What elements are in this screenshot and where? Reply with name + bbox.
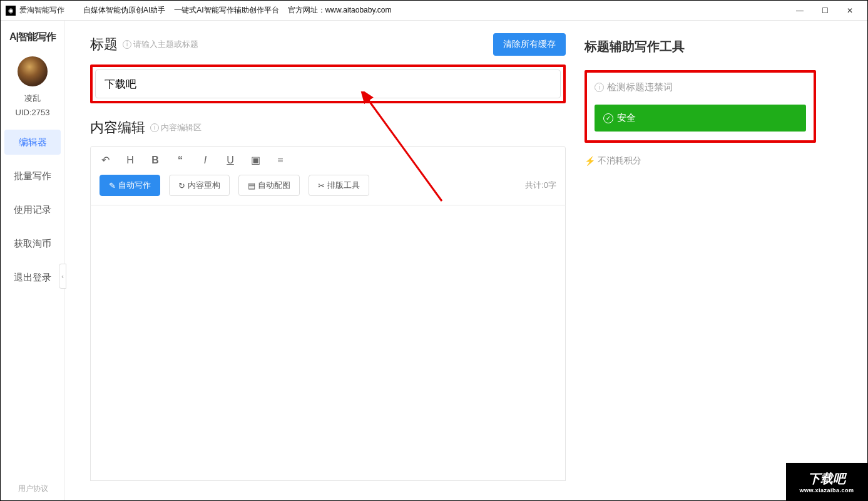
layout-tool-button[interactable]: ✂排版工具 — [309, 175, 369, 196]
app-name: 爱淘智能写作 — [19, 5, 64, 16]
close-button[interactable]: ✕ — [837, 1, 862, 21]
avatar[interactable] — [18, 56, 48, 86]
sidebar: A|智能写作 凌乱 UID:2753 编辑器 批量写作 使用记录 获取淘币 退出… — [1, 21, 65, 500]
info-icon: i — [595, 83, 604, 92]
user-id: UID:2753 — [16, 108, 50, 117]
refresh-icon: ↻ — [178, 181, 185, 190]
maximize-button[interactable]: ☐ — [812, 1, 837, 21]
nav-editor[interactable]: 编辑器 — [4, 130, 61, 155]
title-check-highlight: i检测标题违禁词 ✓ 安全 — [585, 70, 816, 143]
right-panel-title: 标题辅助写作工具 — [585, 33, 816, 55]
info-icon: i — [150, 123, 159, 132]
undo-icon[interactable]: ↶ — [100, 154, 111, 166]
underline-icon[interactable]: U — [225, 155, 236, 166]
tools-icon: ✂ — [318, 181, 325, 190]
collapse-sidebar-handle[interactable]: ‹ — [59, 264, 66, 289]
user-agreement-link[interactable]: 用户协议 — [1, 483, 65, 494]
italic-icon[interactable]: I — [200, 155, 211, 166]
content-rebuild-button[interactable]: ↻内容重构 — [169, 175, 230, 196]
editor-textarea[interactable] — [90, 205, 566, 481]
nav-history[interactable]: 使用记录 — [4, 197, 61, 222]
window-titlebar: ◉ 爱淘智能写作 自媒体智能伪原创AI助手 一键式AI智能写作辅助创作平台 官方… — [1, 1, 867, 21]
nav-logout[interactable]: 退出登录 — [4, 265, 61, 290]
watermark: 下载吧 www.xiazaiba.com — [786, 463, 867, 500]
info-icon: i — [123, 40, 131, 49]
app-icon: ◉ — [6, 6, 16, 16]
auto-image-button[interactable]: ▤自动配图 — [238, 175, 300, 196]
username: 凌乱 — [24, 93, 41, 104]
website-label: 官方网址：www.aitaobaby.com — [288, 5, 392, 16]
safe-text: 安全 — [617, 112, 636, 124]
pencil-icon: ✎ — [109, 181, 116, 190]
bold-icon[interactable]: B — [150, 155, 161, 166]
title-input[interactable] — [95, 70, 561, 98]
title-hint: i请输入主题或标题 — [123, 39, 198, 50]
content-hint: i内容编辑区 — [150, 122, 202, 133]
logo: A|智能写作 — [9, 31, 56, 44]
forbidden-word-check-label: i检测标题违禁词 — [595, 81, 806, 93]
quote-icon[interactable]: “ — [175, 155, 186, 166]
nav-get-coins[interactable]: 获取淘币 — [4, 231, 61, 256]
title-section-label: 标题 — [90, 35, 118, 54]
picture-icon: ▤ — [248, 181, 255, 190]
subtitle-1: 自媒体智能伪原创AI助手 — [83, 5, 165, 16]
title-input-highlight — [90, 65, 566, 103]
heading-icon[interactable]: H — [125, 155, 136, 166]
image-icon[interactable]: ▣ — [250, 154, 261, 166]
lightning-icon: ⚡ — [585, 156, 595, 166]
safe-status-bar: ✓ 安全 — [595, 105, 806, 132]
no-cost-label: ⚡不消耗积分 — [585, 155, 816, 167]
clear-cache-button[interactable]: 清除所有缓存 — [493, 33, 566, 56]
editor-toolbar: ↶ H B “ I U ▣ ≡ ✎自动写作 ↻内容重构 ▤自动配图 ✂排版工具 … — [90, 146, 566, 205]
nav-batch-write[interactable]: 批量写作 — [4, 163, 61, 189]
minimize-button[interactable]: — — [787, 1, 812, 21]
subtitle-2: 一键式AI智能写作辅助创作平台 — [174, 5, 278, 16]
content-section-label: 内容编辑 — [90, 118, 145, 137]
auto-write-button[interactable]: ✎自动写作 — [100, 175, 160, 196]
word-count: 共计:0字 — [525, 180, 556, 191]
align-icon[interactable]: ≡ — [275, 155, 286, 166]
check-circle-icon: ✓ — [603, 113, 613, 123]
